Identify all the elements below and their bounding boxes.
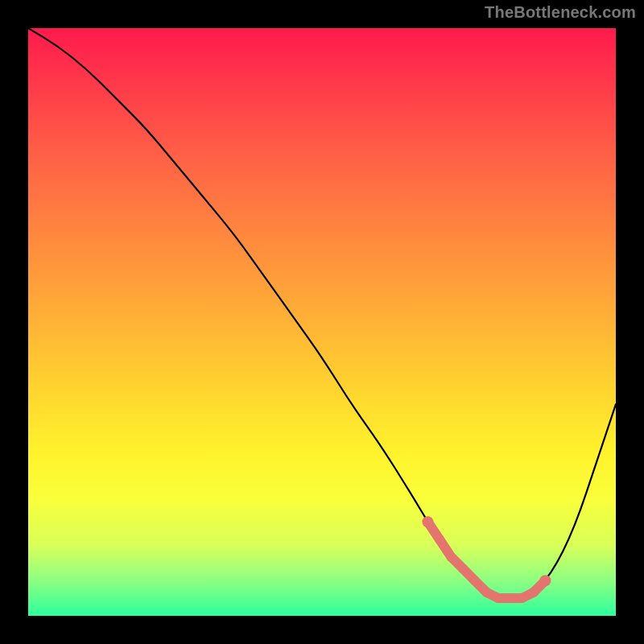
svg-point-2 [447, 552, 456, 562]
chart-root: TheBottleneck.com [0, 0, 644, 644]
svg-point-5 [481, 588, 491, 597]
bottleneck-curve [28, 28, 616, 598]
svg-point-1 [435, 535, 444, 544]
svg-point-7 [506, 593, 515, 603]
svg-point-8 [517, 593, 526, 603]
svg-point-4 [470, 576, 480, 585]
chart-overlay [28, 28, 616, 616]
svg-point-9 [529, 588, 539, 597]
optimal-band [427, 522, 545, 598]
attribution-label: TheBottleneck.com [485, 3, 636, 22]
optimal-band-markers [422, 516, 551, 603]
svg-point-10 [539, 575, 551, 586]
svg-point-3 [458, 564, 468, 574]
svg-point-0 [422, 516, 433, 527]
svg-point-6 [493, 593, 503, 603]
